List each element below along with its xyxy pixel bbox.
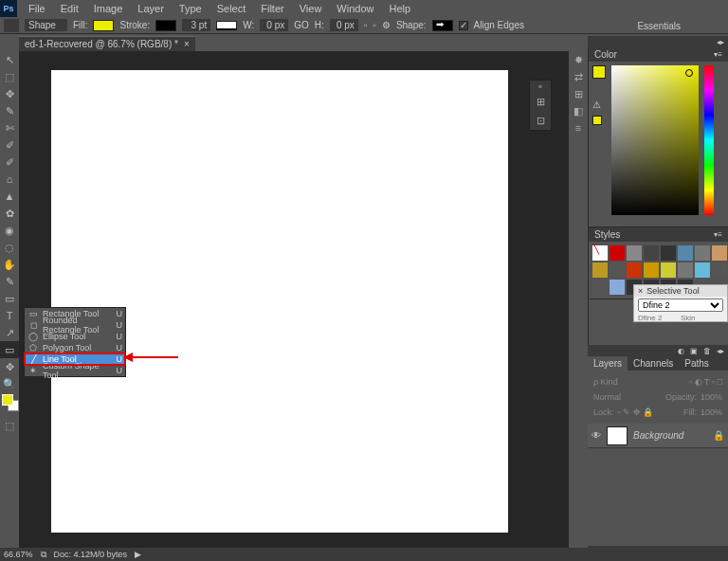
minidock-histogram-icon[interactable]: ⊞ [530,92,551,111]
style-preset[interactable] [661,245,676,261]
tool-wand[interactable]: ✎ [0,102,19,119]
rstrip-actions-icon[interactable]: ⇄ [569,68,588,85]
style-preset[interactable] [644,262,659,278]
style-preset[interactable] [627,262,642,278]
style-preset[interactable] [695,262,710,278]
lock-icons[interactable]: ▫ ✎ ✥ 🔒 [618,407,654,417]
hue-slider[interactable] [704,65,714,215]
tool-brush[interactable]: ⌂ [0,171,19,188]
tool-move[interactable]: ↖ [0,51,19,68]
align-edges-checkbox[interactable]: ✓ [459,21,468,30]
tool-marquee[interactable]: ⬚ [0,68,19,85]
collapse-icon[interactable]: ◂▸ [717,38,724,46]
tab-channels[interactable]: Channels [628,356,679,371]
style-preset[interactable] [610,262,625,278]
style-preset[interactable] [592,280,608,295]
tool-eyedropper[interactable]: ✐ [0,136,19,154]
close-tab-icon[interactable]: × [184,39,190,49]
style-preset[interactable]: ╲ [592,245,608,261]
flyout-ellipse[interactable]: ◯Ellipse ToolU [25,331,125,342]
trash-icon[interactable]: 🗑 [703,347,711,355]
flyout-rounded-rectangle[interactable]: ◻Rounded Rectangle ToolU [25,319,125,331]
link-wh-icon[interactable]: GO [294,20,309,30]
tool-lasso[interactable]: ✥ [0,85,19,102]
foreground-swatch[interactable] [2,394,13,406]
height-field[interactable]: 0 px [330,19,358,31]
minidock-collapse-icon[interactable]: « [530,81,551,92]
rstrip-para-icon[interactable]: ◧ [569,102,588,119]
mask-icon[interactable]: ▣ [690,347,698,355]
menu-view[interactable]: View [292,1,330,16]
style-preset[interactable] [712,245,727,261]
menu-select[interactable]: Select [209,1,254,16]
canvas[interactable] [51,70,508,533]
tab-layers[interactable]: Layers [588,356,628,371]
menu-help[interactable]: Help [381,1,418,16]
style-preset[interactable] [610,280,625,295]
style-preset[interactable] [592,262,608,278]
tool-shape[interactable]: ▭ [0,341,19,358]
style-preset[interactable] [712,262,727,278]
tool-type[interactable]: T [0,307,19,324]
style-preset[interactable] [678,262,693,278]
minidock-navigator-icon[interactable]: ⊡ [530,111,551,130]
menu-layer[interactable]: Layer [130,1,172,16]
tool-eraser[interactable]: ◉ [0,222,19,239]
seltool-settings[interactable]: ✎ Settings [634,322,727,331]
rstrip-history-icon[interactable]: ✸ [569,51,588,68]
tool-history-brush[interactable]: ✿ [0,205,19,222]
menu-image[interactable]: Image [86,1,131,16]
stroke-width[interactable]: 3 pt [182,19,210,31]
zoom-level[interactable]: 66.67% [4,550,33,559]
stroke-swatch[interactable] [155,20,176,31]
tool-crop[interactable]: ✄ [0,119,19,136]
gear-icon[interactable]: ⚙ [382,20,391,30]
style-preset[interactable] [610,245,625,261]
tool-pen[interactable]: ▭ [0,290,19,307]
tab-paths[interactable]: Paths [679,356,715,371]
panel-menu-icon[interactable]: ▾≡ [714,50,722,59]
fill-swatch[interactable] [93,20,114,31]
status-doc-info[interactable]: Doc: 4.12M/0 bytes [54,550,128,559]
fill-value[interactable]: 100% [701,407,722,417]
tool-blur[interactable]: ✋ [0,256,19,273]
opacity-value[interactable]: 100% [701,392,722,402]
adjustment-icon[interactable]: ◐ [678,347,684,355]
color-swatches[interactable] [0,392,19,417]
seltool-close-icon[interactable]: × [638,286,643,296]
visibility-icon[interactable]: 👁 [592,430,601,441]
path-align-icon[interactable]: ▫ [364,20,368,30]
collapse-icon[interactable]: ◂▸ [717,347,724,355]
style-preset[interactable] [661,262,676,278]
style-preset[interactable] [644,245,659,261]
menu-window[interactable]: Window [329,1,381,16]
workspace-switcher[interactable]: Essentials [637,21,681,31]
blend-mode[interactable]: Normal [593,392,621,402]
status-expand-icon[interactable]: ▶ [135,550,141,559]
seltool-select[interactable]: Dfine 2 [638,299,723,312]
menu-filter[interactable]: Filter [253,1,291,16]
flyout-polygon[interactable]: ⬠Polygon ToolU [25,342,125,353]
style-preset[interactable] [678,245,693,261]
tool-zoom[interactable]: 🔍 [0,375,19,392]
width-field[interactable]: 0 px [260,19,288,31]
style-preset[interactable] [627,245,642,261]
tool-path-select[interactable]: ↗ [0,324,19,341]
tool-stamp[interactable]: ▲ [0,188,19,205]
tool-gradient[interactable]: ◌ [0,239,19,256]
custom-shape-preview[interactable]: ➡ [432,20,453,31]
rstrip-char-icon[interactable]: ⊞ [569,85,588,102]
flyout-custom-shape[interactable]: ✶Custom Shape ToolU [25,365,125,376]
status-arrow-icon[interactable]: ⧉ [41,550,46,560]
color-fg-swatch[interactable] [592,65,606,79]
tool-preset-icon[interactable] [4,19,19,32]
menu-file[interactable]: File [21,1,53,16]
tool-dodge[interactable]: ✎ [0,273,19,290]
menu-type[interactable]: Type [172,1,209,16]
document-tab[interactable]: ed-1-Recovered @ 66.7% (RGB/8) * × [19,36,195,51]
menu-edit[interactable]: Edit [53,1,86,16]
tool-quickmask[interactable]: ⬚ [0,417,19,434]
color-picker[interactable] [611,65,699,215]
layer-filter[interactable]: ρ Kind [593,377,618,387]
panel-menu-icon[interactable]: ▾≡ [714,230,722,239]
